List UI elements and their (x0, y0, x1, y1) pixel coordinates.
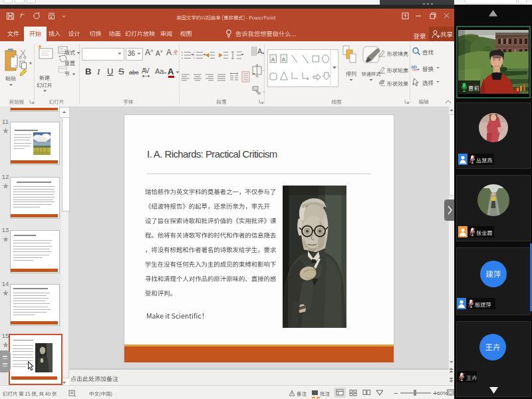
svg-text:A: A (271, 57, 275, 63)
svg-text:A: A (257, 47, 263, 55)
svg-text:A: A (282, 57, 286, 63)
svg-text:ab: ab (411, 64, 417, 70)
